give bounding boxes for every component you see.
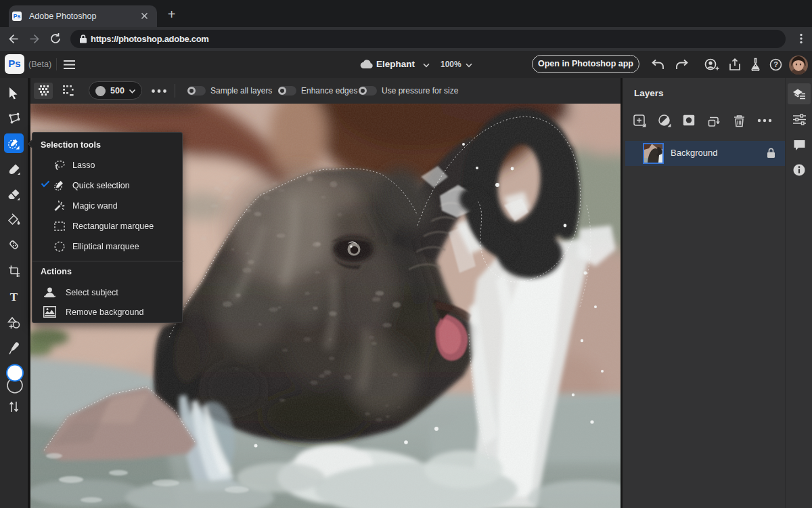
svg-text:?: ? bbox=[773, 60, 778, 68]
